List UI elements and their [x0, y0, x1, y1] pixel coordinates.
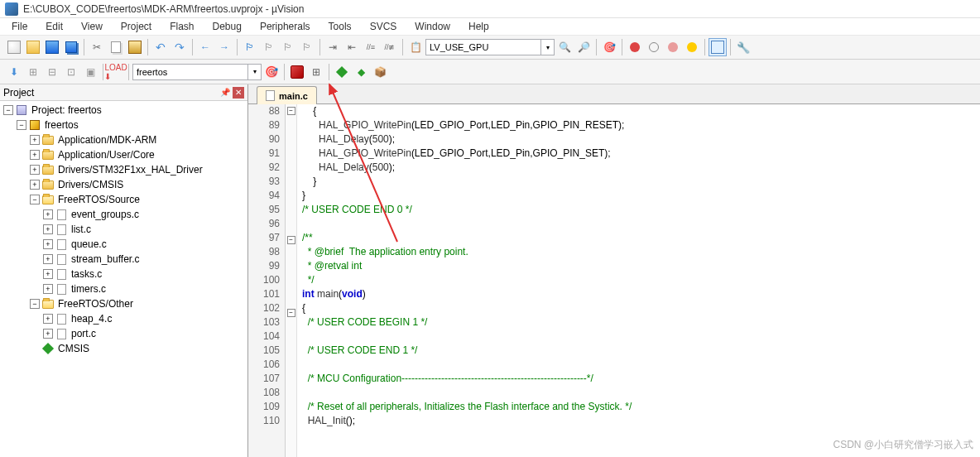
menu-window[interactable]: Window [406, 19, 459, 34]
comment-button[interactable]: //≡ [362, 38, 380, 56]
tree-target[interactable]: −freertos [0, 118, 247, 132]
editor-tab-main-c[interactable]: main.c [257, 86, 317, 104]
expand-toggle[interactable]: − [30, 195, 40, 204]
target-dropdown-button[interactable]: ▾ [248, 64, 262, 80]
tree-file-heap_4-c[interactable]: +heap_4.c [0, 311, 247, 326]
build-button[interactable]: ⊞ [24, 63, 42, 81]
window-button[interactable] [709, 38, 727, 56]
tree-group-drivers-cmsis[interactable]: +Drivers/CMSIS [0, 177, 247, 192]
bookmark-button[interactable]: 🏳 [241, 38, 259, 56]
expand-toggle[interactable]: + [30, 135, 40, 145]
stop-build-button[interactable]: ▣ [81, 63, 99, 81]
download-button[interactable]: LOAD⬇ [107, 63, 125, 81]
manage-rte-button[interactable] [333, 63, 351, 81]
open-file-button[interactable] [24, 38, 42, 56]
tree-file-tasks-c[interactable]: +tasks.c [0, 267, 247, 281]
tree-file-event_groups-c[interactable]: +event_groups.c [0, 207, 247, 222]
code-editor[interactable]: 8889909192939495969798991001011021031041… [248, 104, 980, 457]
bookmark-clear-button[interactable]: 🏳 [298, 38, 316, 56]
menu-flash[interactable]: Flash [161, 19, 202, 34]
breakpoint-disable-button[interactable] [664, 38, 682, 56]
bookmark-next-button[interactable]: 🏳 [279, 38, 297, 56]
expand-toggle[interactable]: + [43, 239, 53, 249]
tree-group-cmsis[interactable]: CMSIS [0, 341, 247, 356]
expand-toggle[interactable]: + [43, 209, 53, 219]
fold-gutter[interactable]: −−− [286, 104, 297, 457]
save-all-button[interactable] [62, 38, 80, 56]
code-content[interactable]: { HAL_GPIO_WritePin(LED_GPIO_Port,LED_Pi… [297, 104, 980, 457]
tree-group-drivers-stm32f1xx_hal_driver[interactable]: +Drivers/STM32F1xx_HAL_Driver [0, 162, 247, 177]
expand-toggle[interactable]: + [43, 269, 53, 279]
indent-button[interactable]: ⇥ [324, 38, 342, 56]
menu-help[interactable]: Help [460, 19, 497, 34]
uncomment-button[interactable]: //≢ [381, 38, 399, 56]
menu-tools[interactable]: Tools [320, 19, 360, 34]
tree-group-application-mdk-arm[interactable]: +Application/MDK-ARM [0, 132, 247, 147]
nav-forward-button[interactable]: → [215, 38, 233, 56]
menu-file[interactable]: File [3, 19, 36, 34]
fold-toggle[interactable]: − [287, 236, 295, 244]
find-in-files-button[interactable]: 📋 [406, 38, 425, 56]
tree-file-queue-c[interactable]: +queue.c [0, 237, 247, 252]
pack-installer-button[interactable]: 📦 [371, 63, 389, 81]
tree-label: Application/MDK-ARM [58, 134, 156, 146]
outdent-button[interactable]: ⇤ [343, 38, 361, 56]
file-extensions-button[interactable]: ⊞ [307, 63, 325, 81]
breakpoint-kill-button[interactable] [683, 38, 701, 56]
redo-button[interactable]: ↷ [171, 38, 189, 56]
expand-toggle[interactable]: − [17, 120, 26, 130]
tree-group-freertos-source[interactable]: −FreeRTOS/Source [0, 192, 247, 207]
tree-group-application-user-core[interactable]: +Application/User/Core [0, 147, 247, 162]
menu-svcs[interactable]: SVCS [362, 19, 406, 34]
breakpoint-enable-button[interactable] [645, 38, 663, 56]
target-options-button[interactable]: 🎯 [262, 63, 281, 81]
translate-button[interactable]: ⬇ [5, 63, 23, 81]
expand-toggle[interactable]: + [43, 329, 53, 339]
configure-button[interactable]: 🔧 [734, 38, 752, 56]
expand-toggle[interactable]: + [30, 165, 40, 175]
bookmark-prev-button[interactable]: 🏳 [260, 38, 278, 56]
panel-close-button[interactable]: ✕ [233, 87, 244, 99]
menu-view[interactable]: View [73, 19, 111, 34]
undo-button[interactable]: ↶ [151, 38, 170, 56]
tree-file-timers-c[interactable]: +timers.c [0, 281, 247, 296]
find-button[interactable]: 🔍 [555, 38, 574, 56]
tree-file-stream_buffer-c[interactable]: +stream_buffer.c [0, 252, 247, 267]
manage-project-button[interactable] [288, 63, 306, 81]
find-dropdown-button[interactable]: ▾ [541, 39, 555, 55]
expand-toggle[interactable]: + [43, 254, 53, 264]
tree-file-port-c[interactable]: +port.c [0, 326, 247, 341]
expand-toggle[interactable]: + [30, 150, 40, 160]
expand-toggle[interactable]: − [30, 299, 40, 309]
copy-button[interactable] [107, 38, 125, 56]
debug-button[interactable]: 🎯 [600, 38, 618, 56]
cut-button[interactable]: ✂ [88, 38, 106, 56]
fold-toggle[interactable]: − [287, 309, 295, 317]
menu-debug[interactable]: Debug [204, 19, 250, 34]
new-file-button[interactable] [5, 38, 23, 56]
panel-pin-button[interactable]: 📌 [219, 87, 231, 99]
breakpoint-insert-button[interactable] [626, 38, 644, 56]
expand-toggle[interactable]: + [30, 180, 40, 190]
menu-project[interactable]: Project [113, 19, 160, 34]
find-input[interactable]: LV_USE_GPU [425, 39, 541, 55]
paste-button[interactable] [126, 38, 144, 56]
expand-toggle[interactable]: + [43, 284, 53, 294]
project-tree[interactable]: −Project: freertos−freertos+Application/… [0, 101, 247, 457]
menu-peripherals[interactable]: Peripherals [252, 19, 319, 34]
rebuild-button[interactable]: ⊟ [43, 63, 61, 81]
incremental-find-button[interactable]: 🔎 [574, 38, 593, 56]
expand-toggle[interactable]: + [43, 314, 53, 324]
expand-toggle[interactable]: + [43, 224, 53, 234]
save-button[interactable] [43, 38, 61, 56]
select-packs-button[interactable]: ◆ [352, 63, 370, 81]
target-select[interactable]: freertos [132, 64, 248, 80]
tree-group-freertos-other[interactable]: −FreeRTOS/Other [0, 296, 247, 311]
fold-toggle[interactable]: − [287, 107, 295, 115]
batch-build-button[interactable]: ⊡ [62, 63, 80, 81]
tree-file-list-c[interactable]: +list.c [0, 222, 247, 237]
expand-toggle[interactable]: − [3, 105, 13, 115]
tree-project-root[interactable]: −Project: freertos [0, 103, 247, 118]
nav-back-button[interactable]: ← [196, 38, 214, 56]
menu-edit[interactable]: Edit [37, 19, 71, 34]
